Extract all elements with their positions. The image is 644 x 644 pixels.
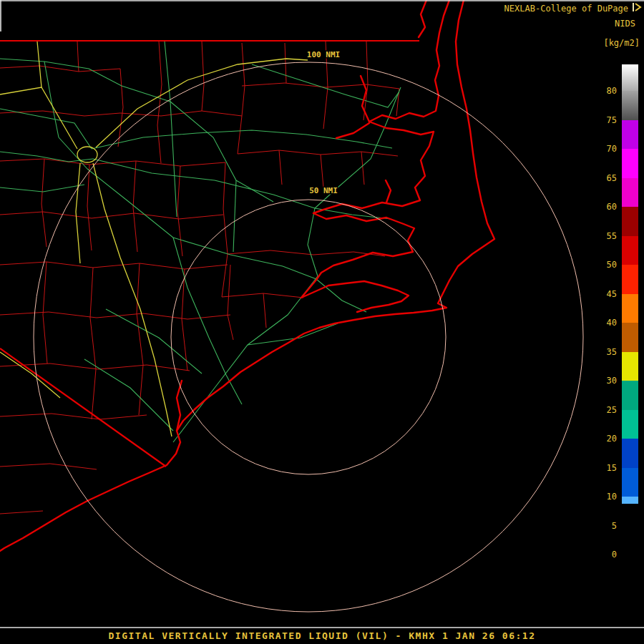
highways-green-layer: [0, 42, 401, 442]
scale-segment-10: [622, 497, 638, 526]
scale-label-15: 15: [607, 462, 617, 474]
cod-logo-icon: [631, 1, 643, 13]
scale-label-40: 40: [607, 317, 617, 328]
product-caption: DIGITAL VERTICALLY INTEGRATED LIQUID (VI…: [0, 630, 644, 641]
scale-segment-15: [622, 468, 638, 497]
range-ring-label-100: 100 NMI: [307, 50, 340, 59]
scale-label-55: 55: [607, 230, 617, 242]
scale-label-25: 25: [607, 404, 617, 416]
scale-label-0: 0: [612, 549, 617, 560]
scale-segment-65: [622, 178, 638, 208]
scale-label-5: 5: [612, 520, 617, 532]
county-boundaries-layer: [0, 42, 399, 514]
state-borders-layer: [0, 41, 419, 467]
range-ring-label-50: 50 NMI: [309, 186, 338, 195]
scale-label-65: 65: [607, 172, 617, 184]
back-bay-shore: [419, 0, 426, 37]
frame-lines: [0, 0, 644, 628]
scale-label-60: 60: [607, 201, 617, 213]
scale-segment-60: [622, 207, 638, 236]
radar-display: 50 NMI 100 NMI NEXLAB-College of DuPage …: [0, 0, 644, 644]
range-rings-layer: [34, 62, 583, 612]
highways-yellow-layer: [0, 42, 308, 436]
scale-segment-80: [622, 91, 638, 120]
sounds-and-rivers-shoreline: [301, 0, 449, 312]
scale-segment-5: [622, 526, 638, 566]
outer-banks-and-south-coast: [0, 0, 494, 551]
scale-segment-50: [622, 265, 638, 294]
map-canvas: 50 NMI 100 NMI: [0, 0, 644, 644]
scale-segment-55: [622, 236, 638, 265]
color-scale: [622, 64, 638, 565]
range-ring-100nmi: [34, 62, 583, 612]
scale-segment-30: [622, 381, 638, 410]
scale-label-30: 30: [607, 375, 617, 386]
scale-label-10: 10: [607, 491, 617, 502]
scale-segment-85+: [622, 64, 638, 91]
pungo-river: [386, 180, 391, 203]
scale-segment-75: [622, 120, 638, 150]
scale-label-75: 75: [607, 114, 617, 126]
scale-label-35: 35: [607, 346, 617, 358]
scale-segment-35: [622, 352, 638, 381]
scale-label-45: 45: [607, 288, 617, 300]
raleigh-beltline-loop: [77, 147, 97, 162]
coastline-layer: [0, 0, 494, 551]
color-scale-labels: 80757065605550454035302520151050: [595, 0, 617, 644]
scale-segment-40: [622, 323, 638, 352]
roanoke-river: [336, 123, 369, 138]
scale-segment-70: [622, 149, 638, 178]
scale-label-20: 20: [607, 433, 617, 444]
nc-sc-border: [0, 348, 166, 467]
scale-segment-45: [622, 294, 638, 323]
scale-segment-20: [622, 439, 638, 468]
scale-label-80: 80: [607, 85, 617, 97]
scale-label-50: 50: [607, 259, 617, 270]
scale-segment-25: [622, 410, 638, 439]
product-code: NIDS: [615, 19, 635, 29]
scale-label-70: 70: [607, 143, 617, 155]
